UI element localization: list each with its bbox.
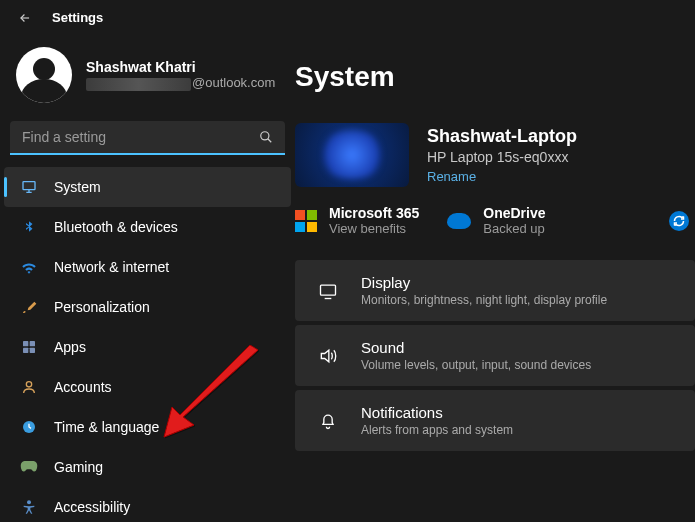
sidebar-item-apps[interactable]: Apps <box>0 327 295 367</box>
rename-link[interactable]: Rename <box>427 169 577 184</box>
sidebar-item-label: Bluetooth & devices <box>54 219 178 235</box>
setting-title: Display <box>361 274 607 291</box>
avatar <box>16 47 72 103</box>
sidebar-item-accounts[interactable]: Accounts <box>0 367 295 407</box>
setting-sub: Volume levels, output, input, sound devi… <box>361 358 591 372</box>
svg-point-8 <box>27 500 31 504</box>
sidebar-item-label: Time & language <box>54 419 159 435</box>
user-name: Shashwat Khatri <box>86 59 275 75</box>
sidebar-item-system[interactable]: System <box>4 167 291 207</box>
titlebar: Settings <box>0 0 695 33</box>
setting-sub: Alerts from apps and system <box>361 423 513 437</box>
microsoft-logo-icon <box>295 210 317 232</box>
sidebar-item-accessibility[interactable]: Accessibility <box>0 487 295 522</box>
ms365-label: Microsoft 365 <box>329 205 419 221</box>
svg-rect-9 <box>321 285 336 295</box>
svg-rect-2 <box>23 341 28 346</box>
device-thumbnail <box>295 123 409 187</box>
sidebar-item-label: Accessibility <box>54 499 130 515</box>
device-name: Shashwat-Laptop <box>427 126 577 147</box>
wifi-icon <box>20 258 38 276</box>
apps-icon <box>20 338 38 356</box>
sound-icon <box>317 345 339 367</box>
svg-rect-3 <box>30 341 35 346</box>
onedrive-sub: Backed up <box>483 221 545 236</box>
back-icon[interactable] <box>18 11 32 25</box>
onedrive-icon <box>447 213 471 229</box>
display-icon <box>317 280 339 302</box>
system-icon <box>20 178 38 196</box>
search-input[interactable] <box>22 129 259 145</box>
sidebar-item-time-language[interactable]: Time & language <box>0 407 295 447</box>
onedrive-status[interactable]: OneDrive Backed up <box>447 205 545 236</box>
user-email: @outlook.com <box>86 75 275 90</box>
ms365-status[interactable]: Microsoft 365 View benefits <box>295 205 419 236</box>
sidebar-item-label: Apps <box>54 339 86 355</box>
sidebar-item-label: Gaming <box>54 459 103 475</box>
setting-title: Notifications <box>361 404 513 421</box>
svg-point-6 <box>26 382 31 387</box>
setting-sub: Monitors, brightness, night light, displ… <box>361 293 607 307</box>
sidebar-item-gaming[interactable]: Gaming <box>0 447 295 487</box>
sidebar-item-network[interactable]: Network & internet <box>0 247 295 287</box>
sidebar: Shashwat Khatri @outlook.com System Blue… <box>0 33 295 521</box>
accessibility-icon <box>20 498 38 516</box>
settings-list: Display Monitors, brightness, night ligh… <box>295 260 695 451</box>
status-row: Microsoft 365 View benefits OneDrive Bac… <box>295 205 695 236</box>
bluetooth-icon <box>20 218 38 236</box>
page-title: System <box>295 61 695 93</box>
device-model: HP Laptop 15s-eq0xxx <box>427 149 577 165</box>
sidebar-item-label: System <box>54 179 101 195</box>
window-title: Settings <box>52 10 103 25</box>
gaming-icon <box>20 458 38 476</box>
search-icon <box>259 130 273 144</box>
sidebar-item-label: Personalization <box>54 299 150 315</box>
nav-list: System Bluetooth & devices Network & int… <box>0 167 295 522</box>
user-block[interactable]: Shashwat Khatri @outlook.com <box>0 47 295 121</box>
sidebar-item-label: Network & internet <box>54 259 169 275</box>
setting-item-sound[interactable]: Sound Volume levels, output, input, soun… <box>295 325 695 386</box>
setting-title: Sound <box>361 339 591 356</box>
sidebar-item-bluetooth[interactable]: Bluetooth & devices <box>0 207 295 247</box>
sidebar-item-label: Accounts <box>54 379 112 395</box>
svg-rect-1 <box>23 182 35 190</box>
svg-point-0 <box>261 132 269 140</box>
setting-item-notifications[interactable]: Notifications Alerts from apps and syste… <box>295 390 695 451</box>
sidebar-item-personalization[interactable]: Personalization <box>0 287 295 327</box>
brush-icon <box>20 298 38 316</box>
globe-clock-icon <box>20 418 38 436</box>
main-content: System Shashwat-Laptop HP Laptop 15s-eq0… <box>295 33 695 521</box>
sync-icon[interactable] <box>669 211 689 231</box>
onedrive-label: OneDrive <box>483 205 545 221</box>
setting-item-display[interactable]: Display Monitors, brightness, night ligh… <box>295 260 695 321</box>
svg-rect-4 <box>23 348 28 353</box>
svg-rect-5 <box>30 348 35 353</box>
device-row: Shashwat-Laptop HP Laptop 15s-eq0xxx Ren… <box>295 123 695 187</box>
email-obscured <box>86 78 191 91</box>
bell-icon <box>317 410 339 432</box>
search-box[interactable] <box>10 121 285 155</box>
person-icon <box>20 378 38 396</box>
ms365-sub: View benefits <box>329 221 419 236</box>
